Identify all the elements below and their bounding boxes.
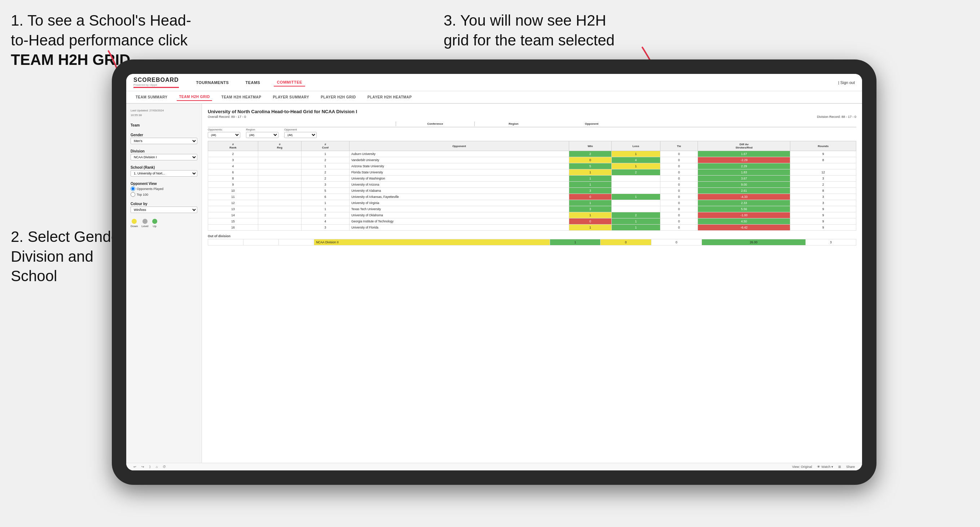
filter-opponents-select[interactable]: (All) xyxy=(208,132,240,138)
cell-win: 1 xyxy=(569,200,612,206)
cell-rank: 8 xyxy=(208,176,258,182)
toolbar-grid[interactable]: ⊞ xyxy=(838,465,841,468)
toolbar-share[interactable]: Share xyxy=(846,465,855,468)
cell-diff: -1.00 xyxy=(698,212,790,218)
toolbar-forward[interactable]: ⟩ xyxy=(150,465,151,468)
cell-tie: 0 xyxy=(660,218,698,225)
cell-reg xyxy=(258,151,301,157)
out-of-division-table: NCAA Division II 1 0 0 26.00 3 xyxy=(208,239,856,246)
ood-rank xyxy=(208,239,243,246)
cell-conf: 1 xyxy=(301,163,349,170)
cell-rounds: 3 xyxy=(790,194,856,200)
cell-tie: 0 xyxy=(660,157,698,163)
step2-line1: 2. Select Gender, xyxy=(11,228,128,245)
cell-diff: 4.50 xyxy=(698,218,790,225)
sidebar-school-label: School (Rank) xyxy=(130,165,197,170)
cell-diff: 1.67 xyxy=(698,151,790,157)
cell-win: 1 xyxy=(569,176,612,182)
sidebar-colour-label: Colour by xyxy=(130,202,197,206)
cell-win: 0 xyxy=(569,218,612,225)
cell-opponent: Georgia Institute of Technology xyxy=(349,218,569,225)
nav-teams[interactable]: TEAMS xyxy=(242,79,263,86)
subnav-team-summary[interactable]: TEAM SUMMARY xyxy=(134,94,170,100)
th-win: Win xyxy=(569,141,612,151)
cell-reg xyxy=(258,206,301,212)
sidebar-team-section: Team xyxy=(130,123,197,128)
toolbar-undo[interactable]: ↩ xyxy=(134,465,136,468)
sidebar-timestamp: Last Updated: 27/03/2024 16:55:38 xyxy=(130,109,197,118)
subnav-player-h2h-grid[interactable]: PLAYER H2H GRID xyxy=(318,94,358,100)
cell-tie: 0 xyxy=(660,212,698,218)
th-rank: #Rank xyxy=(208,141,258,151)
radio-top100[interactable]: Top 100 xyxy=(130,192,197,197)
toolbar-time[interactable]: ⏱ xyxy=(163,465,166,468)
cell-conf: 2 xyxy=(301,176,349,182)
cell-opponent: University of Washington xyxy=(349,176,569,182)
cell-tie: 0 xyxy=(660,225,698,231)
cell-rank: 14 xyxy=(208,212,258,218)
subnav-team-h2h-grid[interactable]: TEAM H2H GRID xyxy=(177,94,212,101)
cell-conf: 3 xyxy=(301,182,349,188)
cell-win: 3 xyxy=(569,188,612,194)
record-row: Overall Record: 89 - 17 - 0 Division Rec… xyxy=(208,115,856,119)
cell-conf: 6 xyxy=(301,194,349,200)
logo-sub: Powered by clippd xyxy=(134,83,179,87)
cell-tie: 0 xyxy=(660,206,698,212)
th-conf: #Conf xyxy=(301,141,349,151)
bottom-toolbar: ↩ ↪ ⟩ ⌂ ⏱ View: Original 👁 Watch ▾ ⊞ Sha… xyxy=(126,463,862,470)
ood-win: 1 xyxy=(550,239,601,246)
cell-diff: 5.56 xyxy=(698,206,790,212)
subnav-team-h2h-heatmap[interactable]: TEAM H2H HEATMAP xyxy=(219,94,264,100)
toolbar-redo[interactable]: ↪ xyxy=(142,465,144,468)
cell-win: 2 xyxy=(569,151,612,157)
cell-opponent: University of Arizona xyxy=(349,182,569,188)
cell-conf: 3 xyxy=(301,225,349,231)
nav-committee[interactable]: COMMITTEE xyxy=(274,79,305,87)
sidebar-division-section: Division NCAA Division I xyxy=(130,149,197,160)
sidebar-division-select[interactable]: NCAA Division I xyxy=(130,154,197,160)
subnav-player-h2h-heatmap[interactable]: PLAYER H2H HEATMAP xyxy=(365,94,414,100)
cell-loss: 1 xyxy=(611,218,660,225)
subnav-player-summary[interactable]: PLAYER SUMMARY xyxy=(270,94,311,100)
cell-loss: 0 xyxy=(611,200,660,206)
cell-rank: 4 xyxy=(208,163,258,170)
opponent-section-header: Opponent xyxy=(552,121,630,126)
nav-tournaments[interactable]: TOURNAMENTS xyxy=(193,79,232,86)
cell-opponent: Florida State University xyxy=(349,170,569,176)
table-row: 9 3 University of Arizona 1 0 0 9.00 2 xyxy=(208,182,856,188)
sidebar-gender-select[interactable]: Men's xyxy=(130,138,197,144)
cell-reg xyxy=(258,188,301,194)
th-rounds: Rounds xyxy=(790,141,856,151)
filter-region: Region (All) xyxy=(246,128,278,138)
toolbar-watch[interactable]: 👁 Watch ▾ xyxy=(817,465,833,468)
sign-out-button[interactable]: | Sign out xyxy=(838,80,855,85)
ood-diff: 26.00 xyxy=(702,239,805,246)
cell-rounds: 8 xyxy=(790,188,856,194)
out-of-division: Out of division NCAA Division II 1 0 0 xyxy=(208,234,856,246)
table-row: 2 1 Auburn University 2 1 0 1.67 9 xyxy=(208,151,856,157)
toolbar-home[interactable]: ⌂ xyxy=(156,465,158,468)
ood-reg xyxy=(243,239,279,246)
cell-tie: 0 xyxy=(660,182,698,188)
step1-line2: to-Head performance click xyxy=(11,32,188,49)
ood-conf xyxy=(279,239,314,246)
cell-rank: 3 xyxy=(208,157,258,163)
filter-region-select[interactable]: (All) xyxy=(246,132,278,138)
h2h-table: #Rank #Reg #Conf Opponent Win Loss Tie D… xyxy=(208,141,856,231)
filter-opponent-select[interactable]: (All) xyxy=(284,132,317,138)
cell-rounds: 9 xyxy=(790,151,856,157)
cell-reg xyxy=(258,225,301,231)
app-nav: SCOREBOARD Powered by clippd TOURNAMENTS… xyxy=(126,74,862,91)
cell-opponent: University of Oklahoma xyxy=(349,212,569,218)
toolbar-view-original[interactable]: View: Original xyxy=(792,465,812,468)
cell-win: 1 xyxy=(569,212,612,218)
cell-rounds: 9 xyxy=(790,212,856,218)
conf-section-header: Conference xyxy=(396,121,474,126)
sidebar-school-select[interactable]: 1. University of Nort... xyxy=(130,170,197,177)
step2-line3: School xyxy=(11,267,57,284)
radio-opponents-played[interactable]: Opponents Played xyxy=(130,186,197,191)
table-row: 12 1 University of Virginia 1 0 0 2.33 3 xyxy=(208,200,856,206)
sidebar-colour-select[interactable]: Win/loss xyxy=(130,206,197,213)
cell-rank: 11 xyxy=(208,194,258,200)
cell-win: 1 xyxy=(569,225,612,231)
